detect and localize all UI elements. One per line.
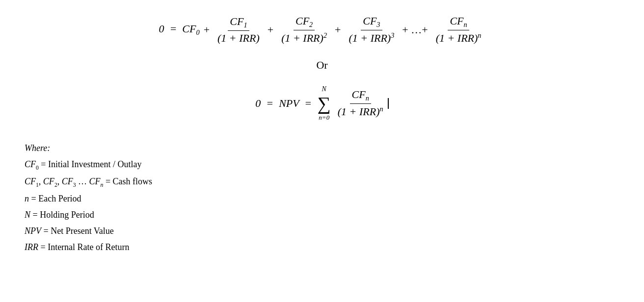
frac2-numerator: CF2 — [294, 15, 315, 30]
or-separator: Or — [316, 59, 327, 72]
frac2-denominator: (1 + IRR)2 — [279, 30, 329, 45]
cf0-definition: CF0 = Initial Investment / Outlay — [25, 157, 624, 173]
cf1n-definition: CF1, CF2, CF3 … CFn = Cash flows — [25, 175, 624, 190]
fraction-n: CFn (1 + IRR)n — [434, 15, 483, 45]
sigma-symbol: ∑ — [318, 94, 331, 113]
frac1-numerator: CF1 — [228, 15, 249, 31]
frac-sum-denominator: (1 + IRR)n — [336, 104, 385, 118]
fraction-3: CF3 (1 + IRR)3 — [347, 15, 396, 45]
IRR-definition: IRR = Internal Rate of Return — [25, 240, 624, 254]
ellipsis: + …+ — [402, 24, 428, 36]
NPV-definition: NPV = Net Present Value — [25, 224, 624, 238]
summation: N ∑ n=0 — [318, 85, 331, 122]
formula-1: 0 = CF0 + CF1 (1 + IRR) + CF2 (1 + IRR)2… — [159, 15, 485, 45]
fracn-numerator: CFn — [448, 15, 469, 30]
plus-2: + — [268, 24, 273, 36]
npv-zero-equals: 0 = NPV = — [255, 97, 314, 110]
fraction-2: CF2 (1 + IRR)2 — [279, 15, 329, 45]
n-definition: n = Each Period — [25, 192, 624, 206]
where-section: Where: CF0 = Initial Investment / Outlay… — [20, 141, 624, 254]
frac-sum-numerator: CFn — [350, 88, 371, 104]
fraction-1: CF1 (1 + IRR) — [215, 15, 262, 45]
frac3-numerator: CF3 — [361, 15, 382, 30]
plus-1: + — [204, 24, 210, 36]
fraction-sum: CFn (1 + IRR)n — [336, 88, 385, 119]
formula-area: 0 = CF0 + CF1 (1 + IRR) + CF2 (1 + IRR)2… — [20, 10, 624, 126]
frac1-denominator: (1 + IRR) — [215, 31, 262, 45]
fracn-denominator: (1 + IRR)n — [434, 30, 483, 45]
text-cursor — [388, 98, 389, 109]
sigma-lower: n=0 — [319, 114, 329, 122]
frac3-denominator: (1 + IRR)3 — [347, 30, 396, 45]
where-label: Where: — [25, 141, 624, 155]
formula-2: 0 = NPV = N ∑ n=0 CFn (1 + IRR)n — [255, 85, 388, 122]
sigma-upper: N — [322, 85, 326, 93]
zero-equals: 0 = CF0 — [159, 23, 199, 37]
N-definition: N = Holding Period — [25, 208, 624, 222]
plus-3: + — [335, 24, 341, 36]
